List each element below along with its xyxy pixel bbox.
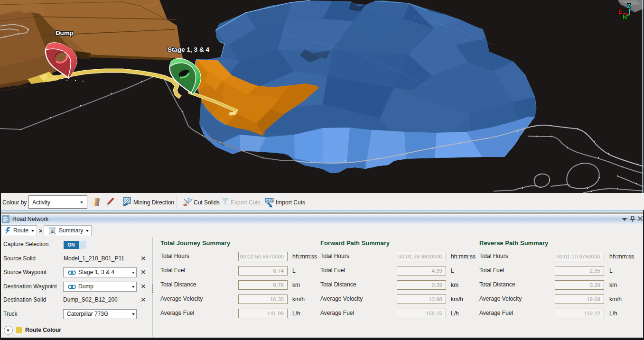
svg-text:Z: Z — [627, 3, 631, 9]
svg-text:Stage 1, 3 & 4: Stage 1, 3 & 4 — [168, 46, 209, 53]
svg-text:Dump: Dump — [56, 29, 74, 37]
svg-text:N: N — [623, 14, 627, 21]
svg-text:CSV: CSV — [266, 199, 273, 202]
svg-text:E: E — [618, 9, 622, 15]
